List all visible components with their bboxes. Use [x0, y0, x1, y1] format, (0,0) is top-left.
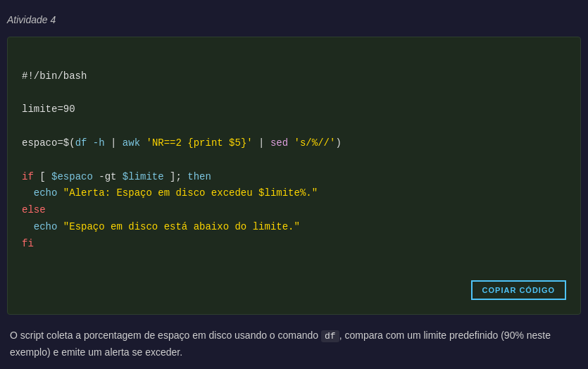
description-text-1: O script coleta a porcentagem de espaço … [10, 330, 321, 341]
description-inline-code: df [321, 330, 339, 342]
code-echo1-line: echo "Alerta: Espaço em disco excedeu $l… [22, 187, 318, 199]
description: O script coleta a porcentagem de espaço … [7, 327, 581, 360]
code-echo2-line: echo "Espaço em disco está abaixo do lim… [22, 221, 300, 232]
code-limite: limite=90 [22, 104, 75, 115]
copy-code-button[interactable]: COPIAR CÓDIGO [471, 280, 566, 300]
code-if-line: if [ $espaco -gt $limite ]; then [22, 171, 211, 182]
activity-title: Atividade 4 [7, 14, 581, 25]
code-fi-line: fi [22, 238, 34, 249]
code-container: #!/bin/bash limite=90 espaco=$(df -h | a… [7, 37, 581, 315]
code-else-line: else [22, 204, 46, 215]
code-block: #!/bin/bash limite=90 espaco=$(df -h | a… [22, 51, 566, 269]
code-shebang: #!/bin/bash [22, 70, 87, 82]
code-espaco-line: espaco=$(df -h | awk 'NR==2 {print $5}' … [22, 137, 342, 149]
